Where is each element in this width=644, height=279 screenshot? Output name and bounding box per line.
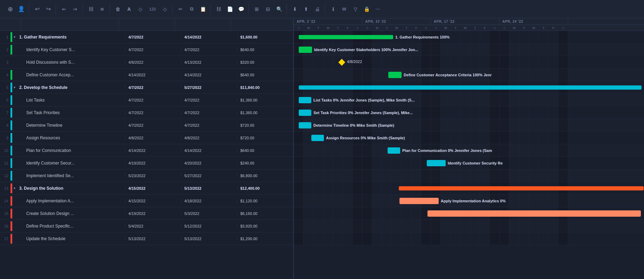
row-number: 2	[0, 48, 10, 52]
row-indicator	[10, 120, 12, 130]
gantt-day-header: S	[362, 26, 372, 30]
row-content: Define Product Specific...	[14, 224, 125, 229]
undo-button[interactable]: ↩	[32, 4, 42, 14]
note1-button[interactable]: ⛓	[213, 4, 224, 14]
row-finish: 4/14/2022	[181, 35, 237, 39]
table-header	[0, 18, 293, 31]
table-row[interactable]: 13 ▾ 3. Design the Solution 4/15/2022 5/…	[0, 182, 293, 195]
table-row[interactable]: 12 Implement Identified Se... 5/23/2022 …	[0, 169, 293, 182]
add-button[interactable]: ⊕	[5, 4, 15, 14]
row-number: 10	[0, 148, 10, 153]
num-button[interactable]: 123	[146, 4, 159, 14]
comment-button[interactable]: 💬	[236, 4, 246, 14]
delete-button[interactable]: 🗑	[113, 4, 123, 14]
row-content: Assign Resources	[14, 135, 125, 140]
table-row[interactable]: 7 Set Task Priorities 4/7/2022 4/7/2022 …	[0, 106, 293, 119]
row-start: 4/8/2022	[125, 136, 181, 140]
row-name: Identify Key Customer S...	[26, 47, 102, 52]
info-button[interactable]: ℹ	[328, 4, 338, 14]
table-row[interactable]: 16 Define Product Specific... 5/4/2022 5…	[0, 220, 293, 232]
search-button[interactable]: 🔍	[274, 4, 284, 14]
row-indicator	[10, 95, 12, 105]
row-name: Plan for Communication	[26, 148, 102, 153]
row-name: Hold Discussions with S...	[26, 60, 102, 65]
row-indicator	[10, 234, 12, 244]
outdent-button[interactable]: ⇐	[59, 4, 69, 14]
gantt-day-header: F	[480, 26, 490, 30]
row-number: 5	[0, 85, 10, 90]
table-row[interactable]: 11 Identify Customer Secur... 4/19/2022 …	[0, 157, 293, 169]
more-button[interactable]: ···	[373, 4, 383, 14]
row-indicator	[10, 171, 12, 181]
paste-button[interactable]: 📋	[198, 4, 208, 14]
download-button[interactable]: ⬇	[290, 4, 300, 14]
row-indicator	[10, 57, 12, 67]
table-row[interactable]: 15 Create Solution Design ... 4/19/2022 …	[0, 207, 293, 220]
row-finish: 4/14/2022	[181, 148, 237, 153]
gantt-body: 1. Gather Requirements 100%Identify Key …	[294, 31, 644, 279]
table-row[interactable]: 5 ▾ 2. Develop the Schedule 4/7/2022 5/2…	[0, 81, 293, 94]
row-start: 5/23/2022	[125, 174, 181, 178]
row-finish: 4/7/2022	[181, 123, 237, 127]
row-indicator	[10, 108, 12, 118]
redo-button[interactable]: ↪	[43, 4, 54, 14]
send-button[interactable]: ✉	[339, 4, 349, 14]
table-row[interactable]: 1 ▾ 1. Gather Requirements 4/7/2022 4/14…	[0, 31, 293, 43]
gantt-day-header: F	[343, 26, 353, 30]
row-content: List Tasks	[14, 98, 125, 103]
row-content: Set Task Priorities	[14, 110, 125, 115]
row-start: 4/7/2022	[125, 98, 181, 102]
shape-button[interactable]: ◇	[135, 4, 146, 14]
table-row[interactable]: 10 Plan for Communication 4/14/2022 4/14…	[0, 144, 293, 157]
row-name: Update the Schedule	[26, 236, 102, 241]
toolbar-group-info: ℹ ✉ ▽ 🔒 ···	[326, 4, 385, 14]
table-panel: 1 ▾ 1. Gather Requirements 4/7/2022 4/14…	[0, 18, 294, 279]
row-name: 1. Gather Requirements	[19, 35, 95, 40]
row-resource: $640.00	[237, 48, 293, 52]
table-row[interactable]: 17 Update the Schedule 5/13/2022 5/13/20…	[0, 232, 293, 245]
row-indicator	[10, 83, 12, 92]
expand-icon: ▾	[14, 85, 19, 89]
row-indicator	[10, 221, 12, 231]
table-row[interactable]: 14 Apply Implementation A... 4/15/2022 4…	[0, 195, 293, 207]
link2-button[interactable]: ≋	[97, 4, 107, 14]
row-resource: $640.00	[237, 73, 293, 77]
filter-button[interactable]: ▽	[350, 4, 361, 14]
row-resource: $6,160.00	[237, 211, 293, 216]
table-row[interactable]: 6 List Tasks 4/7/2022 4/7/2022 $1,360.00	[0, 94, 293, 106]
diamond-button[interactable]: ◇	[160, 4, 170, 14]
row-finish: 5/13/2022	[181, 237, 237, 241]
gantt-day-header: S	[490, 26, 500, 30]
toolbar-group-notes: ⛓ 📄 💬	[211, 4, 249, 14]
copy-button[interactable]: ⧉	[186, 4, 197, 14]
table-row[interactable]: 8 Determine Timeline 4/7/2022 4/7/2022 $…	[0, 119, 293, 132]
row-resource: $320.00	[237, 60, 293, 64]
indent-button[interactable]: ⇒	[70, 4, 80, 14]
gantt-row-bg	[294, 132, 644, 144]
note2-button[interactable]: 📄	[225, 4, 235, 14]
user-button[interactable]: 👤	[16, 4, 27, 14]
gantt-day-header: T	[539, 26, 549, 30]
lock-button[interactable]: 🔒	[361, 4, 372, 14]
row-indicator	[10, 32, 12, 42]
row-start: 4/14/2022	[125, 73, 181, 77]
table-row[interactable]: 2 Identify Key Customer S... 4/7/2022 4/…	[0, 43, 293, 56]
row-start: 4/7/2022	[125, 111, 181, 115]
row-name: 2. Develop the Schedule	[19, 85, 95, 90]
print-button[interactable]: 🖨	[312, 4, 323, 14]
toolbar-group-export: ⬇ ⬆ 🖨	[288, 4, 325, 14]
table-row[interactable]: 3 Hold Discussions with S... 4/8/2022 4/…	[0, 56, 293, 69]
row-resource: $6,800.00	[237, 174, 293, 178]
link-button[interactable]: ⛓	[86, 4, 96, 14]
table-button[interactable]: ⊟	[263, 4, 273, 14]
grid-button[interactable]: ⊞	[252, 4, 262, 14]
row-content: ▾ 1. Gather Requirements	[14, 35, 125, 40]
row-resource: $640.00	[237, 148, 293, 153]
row-content: Define Customer Accep...	[14, 72, 125, 77]
cut-button[interactable]: ✂	[175, 4, 186, 14]
text-button[interactable]: A	[124, 4, 134, 14]
share-button[interactable]: ⬆	[301, 4, 311, 14]
table-row[interactable]: 4 Define Customer Accep... 4/14/2022 4/1…	[0, 69, 293, 81]
gantt-day-header: F	[549, 26, 558, 30]
table-row[interactable]: 9 Assign Resources 4/8/2022 4/8/2022 $72…	[0, 132, 293, 144]
